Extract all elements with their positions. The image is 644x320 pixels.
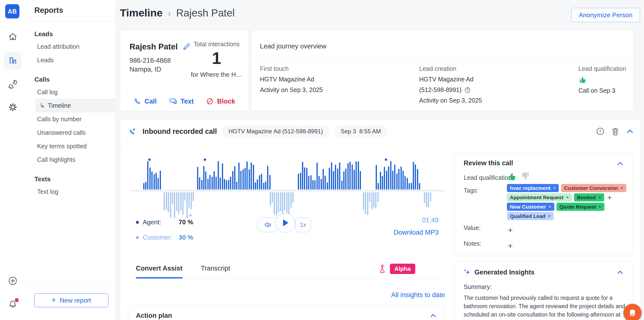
review-call-title: Review this call (464, 159, 513, 167)
action-plan-collapse-chevron[interactable] (430, 313, 437, 318)
waveform-bar (150, 167, 150, 190)
waveform-bar (170, 192, 171, 218)
waveform-bar (228, 180, 229, 190)
remove-tag-icon[interactable]: × (548, 213, 551, 219)
block-label: Block (217, 98, 235, 105)
waveform-bar (272, 192, 273, 202)
text-button[interactable]: Text (169, 97, 194, 105)
sidebar-item-label: Call highlights (37, 156, 76, 163)
settings-nav-button[interactable] (4, 98, 22, 116)
waveform-bar (424, 192, 425, 203)
notifications-button[interactable] (4, 295, 22, 313)
sidebar-item-lead-attribution[interactable]: Lead attribution (25, 40, 116, 53)
thumbs-down-button[interactable] (521, 172, 530, 181)
tag-booked[interactable]: Booked× (574, 193, 604, 201)
sidebar-item-call-highlights[interactable]: Call highlights (25, 153, 116, 167)
tag-customer-conversion[interactable]: Customer Conversion× (561, 184, 626, 192)
playback-speed-button[interactable]: 1x (295, 217, 311, 232)
edit-pencil-icon[interactable] (182, 42, 191, 51)
tag-hvac-replacment[interactable]: hvac replacment× (507, 184, 559, 192)
help-icon[interactable] (464, 87, 471, 93)
bell-icon (7, 299, 18, 310)
waveform-bar (343, 171, 344, 190)
waveform-bar (222, 163, 223, 190)
sidebar-item-timeline[interactable]: ↳Timeline (36, 99, 116, 112)
sidebar-item-calls-by-number[interactable]: Calls by number (25, 112, 116, 126)
waveform-bar (426, 192, 427, 207)
waveform-bar (188, 192, 190, 208)
waveform-bar (263, 183, 264, 190)
call-waveform[interactable] (136, 160, 438, 219)
tag-appointment-request[interactable]: Appointment Request× (507, 193, 572, 201)
review-qualification-label: Lead qualification: (464, 174, 513, 181)
new-report-button[interactable]: + New report (34, 293, 108, 307)
all-insights-link[interactable]: All insights to date (366, 291, 445, 299)
breadcrumb-timeline[interactable]: Timeline (120, 7, 163, 19)
remove-tag-icon[interactable]: × (548, 204, 551, 210)
waveform-bar (378, 183, 379, 190)
sidebar-item-leads[interactable]: Leads (25, 53, 116, 67)
chat-launcher-button[interactable] (623, 304, 642, 320)
add-value-button[interactable]: + (508, 226, 513, 234)
download-mp3-link[interactable]: Download MP3 (366, 229, 438, 236)
sidebar-item-text-log[interactable]: Text log (25, 185, 116, 198)
block-button[interactable]: Block (206, 98, 235, 105)
waveform-bar (250, 162, 252, 190)
delete-icon[interactable] (611, 127, 620, 136)
waveform-bar (269, 175, 270, 190)
remove-tag-icon[interactable]: × (598, 195, 601, 200)
insights-collapse-chevron[interactable] (616, 269, 624, 275)
first-touch-activity: Activity on Sep 3, 2025 (260, 86, 323, 94)
waveform-bar (216, 177, 217, 190)
remove-tag-icon[interactable]: × (553, 185, 556, 191)
nav-sections: LeadsLead attributionLeadsCallsCall log↳… (25, 30, 116, 198)
waveform-bar (345, 168, 346, 190)
review-call-panel: Review this call Lead qualification: (454, 153, 632, 254)
sidebar-item-label: Text log (37, 188, 58, 195)
remove-tag-icon[interactable]: × (598, 204, 602, 210)
tag-qualified-lead[interactable]: Qualified Lead× (507, 212, 554, 220)
lead-creation-column: Lead creation HGTV Magazine Ad (512-598-… (419, 65, 482, 104)
first-touch-source: HGTV Magazine Ad (260, 76, 323, 83)
tag-quote-request[interactable]: Quote Request× (556, 203, 604, 211)
remove-tag-icon[interactable]: × (620, 185, 623, 191)
account-avatar[interactable]: AB (5, 4, 20, 19)
reports-icon (8, 56, 18, 66)
integrations-nav-button[interactable] (4, 76, 22, 93)
reports-nav-button[interactable] (4, 52, 22, 70)
total-interactions-value: 1 (190, 50, 243, 66)
add-notes-button[interactable]: + (508, 241, 513, 250)
waveform-bar (373, 192, 374, 208)
review-collapse-chevron[interactable] (616, 161, 624, 166)
tag-label: Booked (577, 195, 596, 200)
tag-new-customer[interactable]: New Customer× (507, 203, 554, 211)
call-source-pill[interactable]: HGTV Magazine Ad (512-598-8991) (222, 125, 329, 137)
tags-list: hvac replacment×Customer Conversion×Appo… (507, 184, 625, 221)
agent-talk-ratio: Agent: 70 % (136, 218, 193, 226)
waveform-bar (259, 175, 260, 190)
play-button[interactable] (276, 213, 295, 233)
action-plan-title: Action plan (136, 312, 172, 319)
sidebar-item-key-terms-spotted[interactable]: Key terms spotted (25, 139, 116, 153)
add-tag-button[interactable]: + (608, 194, 612, 201)
waveform-bar (246, 161, 248, 190)
waveform-bar (267, 166, 268, 190)
tab-transcript[interactable]: Transcript (201, 265, 230, 277)
inbound-call-icon (128, 127, 137, 136)
waveform-bar (386, 171, 387, 190)
waveform-bar (308, 176, 309, 190)
waveform-marker-dot (385, 158, 387, 161)
add-nav-button[interactable] (4, 272, 22, 290)
home-nav-button[interactable] (4, 28, 22, 46)
remove-tag-icon[interactable]: × (566, 195, 569, 200)
report-problem-icon[interactable] (596, 127, 605, 136)
sidebar-item-unanswered-calls[interactable]: Unanswered calls (25, 126, 116, 139)
call-button[interactable]: Call (134, 98, 157, 105)
sidebar-item-call-log[interactable]: Call log (25, 85, 116, 99)
anonymize-person-button[interactable]: Anonymize Person (571, 8, 640, 22)
thumbs-up-button[interactable] (507, 172, 516, 181)
waveform-bar (249, 169, 250, 190)
waveform-bar (261, 174, 262, 190)
collapse-call-chevron[interactable] (626, 128, 634, 134)
tab-convert-assist[interactable]: Convert Assist (136, 265, 182, 278)
